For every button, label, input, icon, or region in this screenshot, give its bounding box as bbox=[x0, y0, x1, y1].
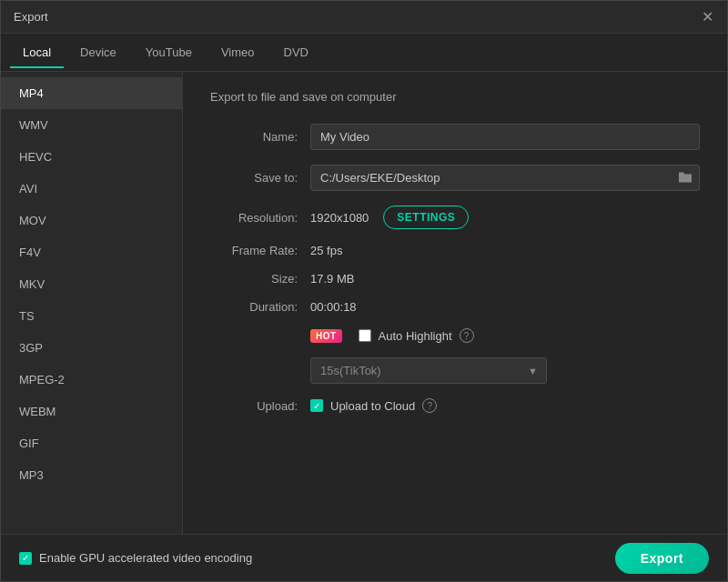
duration-label: Duration: bbox=[210, 300, 310, 314]
save-value bbox=[310, 165, 700, 191]
auto-highlight-help-icon[interactable]: ? bbox=[460, 328, 474, 343]
size-row: Size: 17.9 MB bbox=[210, 272, 700, 286]
folder-icon[interactable] bbox=[678, 170, 693, 186]
format-mpeg2[interactable]: MPEG-2 bbox=[1, 364, 182, 396]
auto-highlight-checkbox[interactable] bbox=[359, 329, 371, 342]
path-input-wrap bbox=[310, 165, 700, 191]
auto-highlight-row: HOT Auto Highlight ? bbox=[210, 328, 700, 343]
format-f4v[interactable]: F4V bbox=[1, 236, 182, 268]
dialog-title: Export bbox=[14, 10, 48, 24]
export-panel: Export to file and save on computer Name… bbox=[183, 72, 727, 534]
format-ts[interactable]: TS bbox=[1, 300, 182, 332]
framerate-label: Frame Rate: bbox=[210, 244, 310, 257]
upload-label: Upload: bbox=[210, 399, 310, 413]
name-row: Name: bbox=[210, 124, 700, 150]
upload-help-icon[interactable]: ? bbox=[422, 398, 437, 413]
tiktok-row: 15s(TikTok) ▼ bbox=[210, 357, 700, 384]
resolution-text: 1920x1080 bbox=[310, 211, 369, 225]
format-wmv[interactable]: WMV bbox=[1, 109, 182, 141]
panel-subtitle: Export to file and save on computer bbox=[210, 90, 700, 104]
size-label: Size: bbox=[210, 272, 310, 286]
tiktok-dropdown-wrap: 15s(TikTok) ▼ bbox=[310, 357, 700, 384]
format-webm[interactable]: WEBM bbox=[1, 396, 182, 427]
auto-highlight-content: HOT Auto Highlight ? bbox=[310, 328, 700, 343]
format-mov[interactable]: MOV bbox=[1, 205, 182, 236]
name-value bbox=[310, 124, 700, 150]
name-label: Name: bbox=[210, 130, 310, 144]
tab-bar: Local Device YouTube Vimeo DVD bbox=[1, 34, 727, 72]
tab-youtube[interactable]: YouTube bbox=[133, 38, 205, 68]
main-content: MP4 WMV HEVC AVI MOV F4V MKV TS 3GP MPEG… bbox=[1, 72, 727, 534]
gpu-label: Enable GPU accelerated video encoding bbox=[39, 551, 252, 565]
format-avi[interactable]: AVI bbox=[1, 173, 182, 205]
size-value: 17.9 MB bbox=[310, 272, 700, 286]
path-input[interactable] bbox=[310, 165, 700, 191]
tab-dvd[interactable]: DVD bbox=[271, 38, 321, 68]
duration-value: 00:00:18 bbox=[310, 300, 700, 314]
framerate-value: 25 fps bbox=[310, 244, 700, 257]
title-bar: Export ✕ bbox=[1, 1, 727, 34]
format-hevc[interactable]: HEVC bbox=[1, 141, 182, 173]
gpu-checkbox-row: ✓ Enable GPU accelerated video encoding bbox=[19, 551, 252, 565]
format-list: MP4 WMV HEVC AVI MOV F4V MKV TS 3GP MPEG… bbox=[1, 72, 183, 534]
save-label: Save to: bbox=[210, 171, 310, 185]
name-input[interactable] bbox=[310, 124, 700, 150]
footer: ✓ Enable GPU accelerated video encoding … bbox=[1, 534, 727, 581]
format-3gp[interactable]: 3GP bbox=[1, 332, 182, 364]
upload-cloud-checkbox[interactable]: ✓ bbox=[310, 399, 323, 412]
upload-cloud-label: Upload to Cloud bbox=[330, 399, 415, 413]
format-mkv[interactable]: MKV bbox=[1, 268, 182, 300]
upload-row: Upload: ✓ Upload to Cloud ? bbox=[210, 398, 700, 413]
format-mp3[interactable]: MP3 bbox=[1, 459, 182, 491]
save-row: Save to: bbox=[210, 165, 700, 191]
duration-row: Duration: 00:00:18 bbox=[210, 300, 700, 314]
tiktok-dropdown-container: 15s(TikTok) ▼ bbox=[310, 357, 547, 384]
resolution-label: Resolution: bbox=[210, 211, 310, 225]
export-dialog: Export ✕ Local Device YouTube Vimeo DVD … bbox=[0, 0, 728, 582]
auto-highlight-label: Auto Highlight bbox=[379, 329, 452, 343]
upload-content: ✓ Upload to Cloud ? bbox=[310, 398, 700, 413]
framerate-row: Frame Rate: 25 fps bbox=[210, 244, 700, 257]
duration-text: 00:00:18 bbox=[310, 300, 357, 314]
resolution-value: 1920x1080 SETTINGS bbox=[310, 206, 700, 229]
tab-device[interactable]: Device bbox=[67, 38, 129, 68]
export-button[interactable]: Export bbox=[615, 543, 709, 574]
auto-highlight-checkbox-row: HOT Auto Highlight ? bbox=[310, 328, 700, 343]
hot-badge: HOT bbox=[310, 329, 342, 343]
settings-button[interactable]: SETTINGS bbox=[383, 206, 469, 229]
resolution-row: Resolution: 1920x1080 SETTINGS bbox=[210, 206, 700, 229]
tab-local[interactable]: Local bbox=[10, 38, 64, 68]
format-mp4[interactable]: MP4 bbox=[1, 77, 182, 109]
tiktok-dropdown[interactable]: 15s(TikTok) bbox=[310, 357, 547, 384]
size-text: 17.9 MB bbox=[310, 272, 354, 286]
format-gif[interactable]: GIF bbox=[1, 427, 182, 459]
tab-vimeo[interactable]: Vimeo bbox=[208, 38, 268, 68]
close-button[interactable]: ✕ bbox=[700, 10, 714, 25]
gpu-checkbox[interactable]: ✓ bbox=[19, 552, 32, 565]
upload-checkbox-row: ✓ Upload to Cloud ? bbox=[310, 398, 700, 413]
resolution-content: 1920x1080 SETTINGS bbox=[310, 206, 700, 229]
framerate-text: 25 fps bbox=[310, 244, 342, 257]
